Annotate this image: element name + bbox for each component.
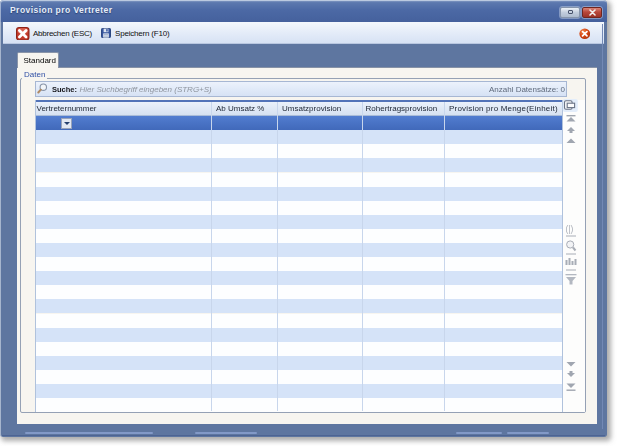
svg-text:(|): (|) — [566, 224, 574, 234]
